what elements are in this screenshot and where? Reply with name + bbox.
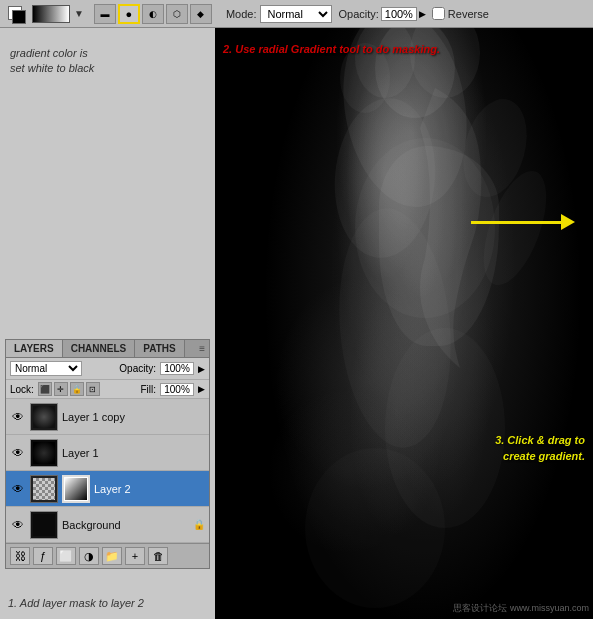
layer-name-layer1copy: Layer 1 copy [62,411,205,423]
main-area: gradient color isset white to black LAYE… [0,28,593,619]
fill-label: Fill: [140,384,156,395]
annotation-top-left-text: gradient color isset white to black [10,46,165,77]
lock-position-btn[interactable]: ✛ [54,382,68,396]
left-panel: gradient color isset white to black LAYE… [0,28,215,619]
fill-arrow[interactable]: ▶ [198,384,205,394]
radial-gradient-icon[interactable]: ● [118,4,140,24]
opacity-arrow[interactable]: ▶ [419,9,426,19]
opacity-row-arrow[interactable]: ▶ [198,364,205,374]
mode-group: Mode: Normal Multiply Screen [226,5,333,23]
opacity-label: Opacity: [338,8,378,20]
visibility-layer2[interactable]: 👁 [10,481,26,497]
annotation-bottom-text: 1. Add layer mask to layer 2 [8,597,144,609]
blend-mode-select[interactable]: Normal [10,361,82,376]
visibility-layer1[interactable]: 👁 [10,445,26,461]
panel-menu-icon[interactable]: ≡ [199,343,205,354]
fill-input[interactable] [160,383,194,396]
arrow-line [471,221,561,224]
canvas-area: 2. Use radial Gradient tool to do maskin… [215,28,593,619]
linear-gradient-icon[interactable]: ▬ [94,4,116,24]
reverse-label: Reverse [448,8,489,20]
toolbar-left: ▼ [6,4,84,24]
gradient-type-icons: ▬ ● ◐ ⬡ ◆ [94,4,212,24]
lock-icons-group: ⬛ ✛ 🔒 ⊡ [38,382,100,396]
new-layer-btn[interactable]: + [125,547,145,565]
svg-point-5 [305,448,445,608]
canvas-annotation-3-text: 3. Click & drag tocreate gradient. [495,434,585,461]
annotation-top-left: gradient color isset white to black [10,46,165,77]
lock-artboard-btn[interactable]: ⊡ [86,382,100,396]
blend-opacity-row: Normal Opacity: ▶ [6,358,209,380]
new-group-btn[interactable]: 📁 [102,547,122,565]
tab-paths[interactable]: PATHS [135,340,184,357]
layer-row-layer2[interactable]: 👁 Layer 2 [6,471,209,507]
thumb-layer1 [30,439,58,467]
thumb-background [30,511,58,539]
layer-row-background[interactable]: 👁 Background 🔒 [6,507,209,543]
opacity-row-label: Opacity: [119,363,156,374]
link-layers-btn[interactable]: ⛓ [10,547,30,565]
layer-name-layer1: Layer 1 [62,447,205,459]
thumb-layer2 [30,475,58,503]
gradient-preview[interactable] [32,5,70,23]
opacity-input[interactable] [381,7,417,21]
reflected-gradient-icon[interactable]: ⬡ [166,4,188,24]
lock-fill-row: Lock: ⬛ ✛ 🔒 ⊡ Fill: ▶ [6,380,209,399]
layers-panel: LAYERS CHANNELS PATHS ≡ Normal Opacity: … [5,339,210,569]
lock-label: Lock: [10,384,34,395]
canvas-annotation-3: 3. Click & drag tocreate gradient. [495,433,585,464]
canvas-annotation-2-text: 2. Use radial Gradient tool to do maskin… [223,43,440,55]
tab-channels[interactable]: CHANNELS [63,340,136,357]
layer-row-layer1[interactable]: 👁 Layer 1 [6,435,209,471]
layer-name-layer2: Layer 2 [94,483,205,495]
canvas-annotation-2: 2. Use radial Gradient tool to do maskin… [223,42,440,57]
foreground-background-swatch[interactable] [6,4,28,24]
delete-layer-btn[interactable]: 🗑 [148,547,168,565]
layers-bottom-toolbar: ⛓ ƒ ⬜ ◑ 📁 + 🗑 [6,543,209,568]
layer-name-background: Background [62,519,189,531]
reverse-checkbox[interactable] [432,7,445,20]
photoshop-canvas[interactable]: 2. Use radial Gradient tool to do maskin… [215,28,593,619]
opacity-group: Opacity: ▶ [338,7,425,21]
layer-row-layer1copy[interactable]: 👁 Layer 1 copy [6,399,209,435]
smoke-svg [215,28,593,619]
toolbar: ▼ ▬ ● ◐ ⬡ ◆ Mode: Normal Multiply Screen… [0,0,593,28]
tab-layers[interactable]: LAYERS [6,340,63,357]
mode-label: Mode: [226,8,257,20]
lock-pixels-btn[interactable]: ⬛ [38,382,52,396]
reverse-group: Reverse [432,7,489,20]
thumb-layer1copy [30,403,58,431]
yellow-arrow [471,214,575,230]
mask-thumb-layer2 [62,475,90,503]
layers-tabs: LAYERS CHANNELS PATHS ≡ [6,340,209,358]
angle-gradient-icon[interactable]: ◐ [142,4,164,24]
watermark: 思客设计论坛 www.missyuan.com [453,602,589,615]
add-mask-btn[interactable]: ⬜ [56,547,76,565]
diamond-gradient-icon[interactable]: ◆ [190,4,212,24]
gradient-dropdown-arrow[interactable]: ▼ [74,8,84,19]
opacity-row-input[interactable] [160,362,194,375]
lock-all-btn[interactable]: 🔒 [70,382,84,396]
arrow-head [561,214,575,230]
visibility-background[interactable]: 👁 [10,517,26,533]
new-adjustment-btn[interactable]: ◑ [79,547,99,565]
background-lock-icon: 🔒 [193,519,205,530]
visibility-layer1copy[interactable]: 👁 [10,409,26,425]
mode-select[interactable]: Normal Multiply Screen [260,5,332,23]
annotation-bottom-left: 1. Add layer mask to layer 2 [8,596,144,611]
layer-style-btn[interactable]: ƒ [33,547,53,565]
